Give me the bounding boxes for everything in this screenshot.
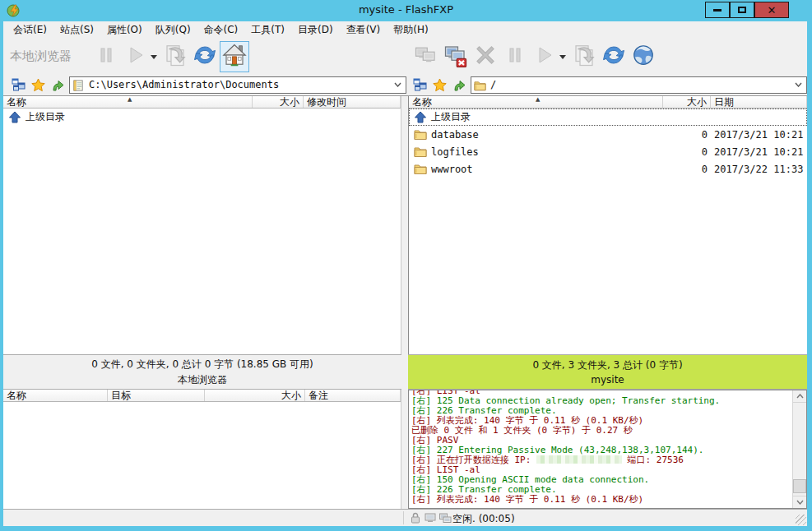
log-scrollbar[interactable] <box>792 390 806 508</box>
local-favorites-star-icon[interactable] <box>30 76 46 93</box>
window-title: mysite - FlashFXP <box>0 3 812 16</box>
pane-splitter[interactable] <box>401 96 408 509</box>
queue-column-label: 大小 <box>281 390 301 401</box>
minimize-button[interactable] <box>705 2 730 18</box>
abort-button[interactable] <box>471 41 500 72</box>
queue-column-header-1[interactable]: 名称 <box>3 390 108 401</box>
play-icon <box>126 45 146 68</box>
pause-icon <box>96 45 116 68</box>
scroll-up-button[interactable] <box>793 390 806 403</box>
scrollbar-thumb[interactable] <box>793 479 806 493</box>
disconnect-icon <box>443 43 468 71</box>
remote-favorites-star-icon[interactable] <box>431 76 448 93</box>
menu-item-4[interactable]: 队列(Q) <box>149 21 197 39</box>
column-header-1[interactable]: 名称▲ <box>409 96 663 108</box>
refresh-icon <box>193 43 217 71</box>
local-browser-label: 本地浏览器 <box>10 48 72 64</box>
transfer-button[interactable] <box>569 41 599 72</box>
queue-column-header-2[interactable]: 目标 <box>108 390 205 401</box>
file-row[interactable]: wwwroot02017/3/22 11:33 <box>409 160 807 178</box>
local-path-combobox[interactable]: C:\Users\Administrator\Documents <box>69 76 406 94</box>
local-summary-label: 本地浏览器 <box>3 373 401 387</box>
remote-path-dropdown-button[interactable] <box>791 78 805 92</box>
remote-up-directory-icon[interactable] <box>451 76 467 93</box>
menu-item-2[interactable]: 站点(S) <box>53 21 100 39</box>
menu-item-8[interactable]: 查看(V) <box>340 21 387 39</box>
local-up-directory-icon[interactable] <box>49 76 66 93</box>
play-button[interactable] <box>530 41 559 72</box>
remote-browse-network-icon[interactable] <box>411 76 428 93</box>
transfer-button[interactable] <box>160 41 190 72</box>
queue-column-header-3[interactable]: 大小 <box>205 390 305 401</box>
queue-column-header-4[interactable]: 备注 <box>305 390 401 401</box>
lock-icon <box>409 511 422 528</box>
remote-summary-panel: 0 文件, 3 文件夹, 3 总计 (0 字节) mysite <box>408 354 807 390</box>
menu-item-5[interactable]: 命令(C) <box>197 21 245 39</box>
file-name: wwwroot <box>431 164 473 175</box>
remote-file-list: 名称▲大小日期上级目录database02017/3/21 10:21logfi… <box>408 96 807 354</box>
menu-item-7[interactable]: 目录(D) <box>291 21 340 39</box>
file-row[interactable]: database02017/3/21 10:21 <box>409 126 807 143</box>
play-icon <box>535 45 554 68</box>
file-name: 上级目录 <box>26 110 65 124</box>
file-name-cell: logfiles <box>409 145 663 158</box>
column-header-3[interactable]: 日期 <box>711 96 807 108</box>
menu-item-9[interactable]: 帮助(H) <box>387 21 434 39</box>
folder-icon <box>414 163 427 175</box>
dropdown-arrow-icon[interactable] <box>559 53 566 61</box>
column-header-label: 大小 <box>687 96 707 108</box>
column-header-2[interactable]: 大小 <box>253 96 304 108</box>
local-path-dropdown-button[interactable] <box>391 78 405 92</box>
file-name: logfiles <box>431 146 479 158</box>
maximize-button[interactable] <box>730 2 754 18</box>
remote-toolbar <box>411 39 658 74</box>
statusbar-icons <box>409 511 452 528</box>
toolbar-band: 本地浏览器 <box>3 39 807 74</box>
file-row[interactable]: 上级目录 <box>3 109 401 126</box>
disconnect-button[interactable] <box>441 41 471 72</box>
local-summary-panel: 0 文件, 0 文件夹, 0 总计 0 字节 (18.85 GB 可用) 本地浏… <box>3 354 401 390</box>
flashfxp-window: mysite - FlashFXP ✕ 会话(E)站点(S)属性(O)队列(Q)… <box>0 0 812 531</box>
queue-column-label: 目标 <box>111 390 131 401</box>
globe-button[interactable] <box>629 41 658 72</box>
column-header-1[interactable]: 名称▲ <box>3 96 253 108</box>
column-header-2[interactable]: 大小 <box>663 96 711 108</box>
close-icon: ✕ <box>768 5 777 16</box>
file-row[interactable]: logfiles02017/3/21 10:21 <box>409 143 807 160</box>
local-browse-network-icon[interactable] <box>10 76 26 93</box>
local-path-item-icon <box>72 79 85 90</box>
remote-path-combobox[interactable]: / <box>471 76 807 94</box>
play-button[interactable] <box>121 41 151 72</box>
refresh-button[interactable] <box>190 41 220 72</box>
pause-button[interactable] <box>500 41 530 72</box>
connect-button[interactable] <box>411 41 441 72</box>
resize-grip[interactable] <box>796 515 806 525</box>
transfer-queue-list: 名称目标大小备注 <box>3 390 401 509</box>
status-bar: 空闲. (00:05) <box>3 509 807 526</box>
queue-header: 名称目标大小备注 <box>3 390 401 402</box>
folder-icon <box>414 145 427 158</box>
refresh-button[interactable] <box>599 41 629 72</box>
file-name-cell: 上级目录 <box>3 110 253 124</box>
pause-button[interactable] <box>91 41 121 72</box>
home-button[interactable] <box>220 41 249 72</box>
log-line: [右] 列表完成: 140 字节 于 0.11 秒 (0.1 KB/秒) <box>411 495 791 505</box>
column-header-3[interactable]: 修改时间 <box>304 96 401 108</box>
menu-item-6[interactable]: 工具(T) <box>244 21 291 39</box>
idle-status-text: 空闲. (00:05) <box>452 512 515 526</box>
session-log-panel: [右] LIST -al[右] 125 Data connection alre… <box>408 390 807 509</box>
menu-item-3[interactable]: 属性(O) <box>100 21 149 39</box>
remote-monitor-icon <box>438 511 452 528</box>
remote-path-value: / <box>490 79 496 90</box>
column-header-label: 名称 <box>412 96 432 108</box>
menu-item-1[interactable]: 会话(E) <box>7 21 53 39</box>
session-log-text: [右] LIST -al[右] 125 Data connection alre… <box>411 390 791 508</box>
close-button[interactable]: ✕ <box>754 2 789 18</box>
abort-icon <box>473 43 498 71</box>
dropdown-arrow-icon[interactable] <box>151 53 157 61</box>
scroll-down-button[interactable] <box>793 496 806 508</box>
up-directory-icon <box>414 111 427 123</box>
file-row[interactable]: 上级目录 <box>409 109 807 126</box>
titlebar[interactable]: mysite - FlashFXP ✕ <box>0 0 812 21</box>
file-date-cell: 2017/3/22 11:33 <box>711 164 807 175</box>
